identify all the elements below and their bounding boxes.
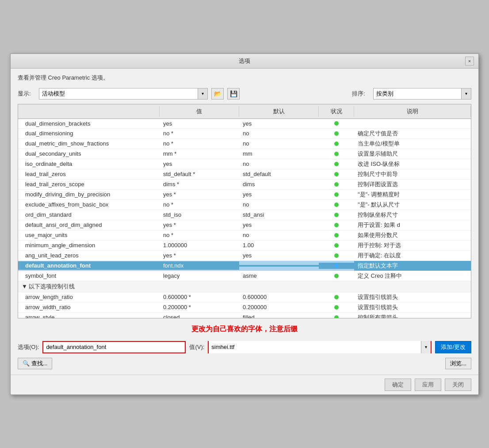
row-default: no [239, 129, 319, 138]
row-default: std_default [239, 170, 319, 178]
table-row[interactable]: exclude_affixes_from_basic_box no * no "… [18, 200, 471, 210]
row-status [319, 212, 354, 218]
browse-button[interactable]: 浏览... [445, 358, 471, 369]
status-dot [334, 131, 339, 136]
row-default: 0.200000 [239, 303, 319, 311]
row-default: std_ansi [239, 211, 319, 219]
row-status [319, 171, 354, 177]
row-value: yes * [160, 251, 239, 260]
row-name: iso_ordinate_delta [18, 160, 160, 168]
table-row[interactable]: default_ansi_ord_dim_aligned yes * yes 用… [18, 220, 471, 230]
search-button[interactable]: 🔍 查找... [18, 358, 52, 369]
row-name: lead_trail_zeros [18, 170, 160, 178]
display-dropdown-container: 活动模型 ▾ [39, 88, 208, 100]
row-status [319, 120, 354, 126]
status-dot [334, 233, 339, 237]
row-default: no [239, 231, 319, 239]
row-name: minimum_angle_dimension [18, 241, 160, 249]
row-name: arrow_width_ratio [18, 303, 160, 311]
row-status [319, 202, 354, 208]
row-value: no * [160, 200, 239, 209]
close-icon[interactable]: × [465, 57, 474, 65]
apply-button[interactable]: 应用 [415, 379, 441, 391]
annotation-text: 更改为自己喜欢的字体，注意后缀 [18, 323, 471, 336]
row-value: std_default * [160, 170, 239, 178]
add-change-button[interactable]: 添加/更改 [435, 341, 471, 353]
row-name: default_ansi_ord_dim_aligned [18, 221, 160, 229]
row-desc: 用于控制: 对于选 [354, 241, 471, 250]
table-row-selected[interactable]: default_annotation_font font.ndx 指定默认文本字 [18, 261, 471, 271]
table-row[interactable]: arrow_width_ratio 0.200000 * 0.200000 设置… [18, 302, 471, 313]
table-row[interactable]: symbol_font legacy asme 定义 Creo 注释中 [18, 271, 471, 281]
status-dot [334, 121, 339, 126]
table-row[interactable]: dual_metric_dim_show_fractions no * no 当… [18, 139, 471, 149]
row-name: symbol_font [18, 272, 160, 280]
row-status [319, 191, 354, 198]
table-row[interactable]: dual_secondary_units mm * mm 设置显示辅助尺 [18, 149, 471, 159]
sort-dropdown-arrow[interactable]: ▾ [462, 88, 471, 100]
row-default: no [239, 200, 319, 209]
table-row[interactable]: arrow_style closed filled 控制所有带箭头 [18, 313, 471, 318]
row-status [319, 232, 354, 238]
display-dropdown-arrow[interactable]: ▾ [198, 88, 208, 100]
row-desc: 设置显示辅助尺 [354, 149, 471, 159]
table-row[interactable]: arrow_length_ratio 0.600000 * 0.600000 设… [18, 292, 471, 302]
row-default: mm [239, 149, 319, 158]
status-dot [334, 182, 339, 187]
row-value: no * [160, 231, 239, 239]
status-dot [334, 152, 339, 156]
table-row[interactable]: dual_dimension_brackets yes yes [18, 119, 471, 129]
row-desc: 指定默认文本字 [354, 261, 471, 271]
table-row[interactable]: dual_dimensioning no * no 确定尺寸值是否 [18, 129, 471, 139]
row-default: yes [239, 251, 319, 260]
sort-dropdown-container: 按类别 ▾ [373, 88, 471, 100]
row-default: yes [239, 119, 319, 128]
row-desc: 确定尺寸值是否 [354, 129, 471, 138]
option-name-input[interactable] [43, 342, 185, 352]
row-default: yes [239, 221, 319, 229]
row-status [319, 253, 354, 259]
row-value: yes [160, 160, 239, 168]
table-row[interactable]: iso_ordinate_delta yes no 改进 ISO-纵坐标 [18, 159, 471, 169]
value-input[interactable] [209, 341, 421, 353]
row-status [319, 294, 354, 300]
table-row[interactable]: modify_driving_dim_by_precision yes * ye… [18, 190, 471, 200]
row-name: arrow_style [18, 313, 160, 318]
row-name: exclude_affixes_from_basic_box [18, 200, 160, 209]
row-desc: 改进 ISO-纵坐标 [354, 159, 471, 169]
close-button[interactable]: 关闭 [445, 379, 471, 391]
row-value: mm * [160, 149, 239, 158]
display-dropdown[interactable]: 活动模型 [39, 88, 198, 100]
open-folder-icon[interactable]: 📂 [211, 88, 224, 100]
confirm-button[interactable]: 确定 [385, 379, 411, 391]
row-value: no * [160, 139, 239, 148]
table-row[interactable]: use_major_units no * no 如果使用分数尺 [18, 230, 471, 241]
row-desc: 用于确定: 在以度 [354, 251, 471, 260]
col-desc: 说明 [354, 106, 471, 117]
row-value: legacy [160, 272, 239, 280]
row-status [319, 151, 354, 157]
row-desc: "是"- 默认从尺寸 [354, 200, 471, 210]
status-dot [334, 243, 339, 248]
row-default: yes [239, 190, 319, 199]
row-value: font.ndx [160, 261, 239, 270]
row-desc: 设置指引线箭头 [354, 302, 471, 312]
value-label: 值(V): [189, 343, 204, 351]
group-header[interactable]: ▼ 以下选项控制引线 [18, 281, 471, 292]
table-row[interactable]: lead_trail_zeros std_default * std_defau… [18, 169, 471, 180]
row-desc: 控制纵坐标尺寸 [354, 210, 471, 220]
table-row[interactable]: minimum_angle_dimension 1.000000 1.00 用于… [18, 241, 471, 251]
save-icon[interactable]: 💾 [227, 88, 240, 100]
dialog-body: 查看并管理 Creo Parametric 选项。 显示: 活动模型 ▾ 📂 💾… [11, 69, 478, 375]
row-desc: 定义 Creo 注释中 [354, 271, 471, 281]
table-row[interactable]: ord_dim_standard std_iso std_ansi 控制纵坐标尺… [18, 210, 471, 220]
table-row[interactable]: ang_unit_lead_zeros yes * yes 用于确定: 在以度 [18, 251, 471, 261]
col-status: 状况 [319, 106, 354, 117]
sort-dropdown[interactable]: 按类别 [373, 88, 462, 100]
row-value: no * [160, 129, 239, 138]
table-row[interactable]: lead_trail_zeros_scope dims * dims 控制详图设… [18, 180, 471, 190]
status-dot [334, 274, 339, 278]
table-body[interactable]: dual_dimension_brackets yes yes dual_dim… [18, 119, 471, 318]
value-dropdown-arrow[interactable]: ▾ [421, 341, 431, 353]
row-value: 0.200000 * [160, 303, 239, 311]
